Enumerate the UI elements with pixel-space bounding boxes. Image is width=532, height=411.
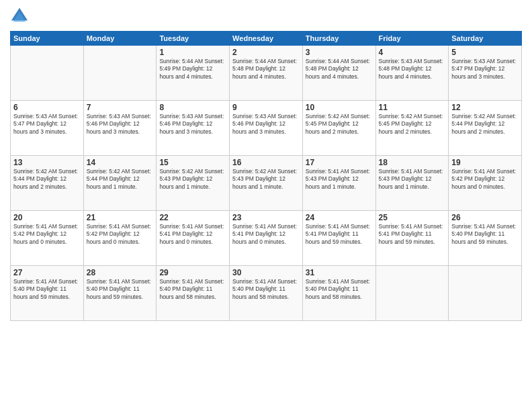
calendar-cell: 3Sunrise: 5:44 AM Sunset: 5:48 PM Daylig… (302, 46, 375, 101)
day-number: 29 (159, 268, 226, 277)
day-number: 9 (232, 103, 300, 112)
calendar-cell: 19Sunrise: 5:41 AM Sunset: 5:42 PM Dayli… (449, 156, 522, 211)
calendar-cell: 5Sunrise: 5:43 AM Sunset: 5:47 PM Daylig… (449, 46, 522, 101)
day-info: Sunrise: 5:42 AM Sunset: 5:45 PM Dayligh… (379, 113, 446, 136)
col-header-tuesday: Tuesday (157, 32, 230, 46)
day-number: 31 (306, 268, 373, 277)
calendar-cell: 26Sunrise: 5:41 AM Sunset: 5:40 PM Dayli… (449, 211, 522, 266)
calendar-cell: 25Sunrise: 5:41 AM Sunset: 5:41 PM Dayli… (375, 211, 449, 266)
calendar-cell: 22Sunrise: 5:41 AM Sunset: 5:41 PM Dayli… (157, 211, 230, 266)
day-info: Sunrise: 5:41 AM Sunset: 5:42 PM Dayligh… (451, 168, 519, 191)
calendar-cell: 17Sunrise: 5:41 AM Sunset: 5:43 PM Dayli… (302, 156, 375, 211)
day-number: 24 (306, 213, 373, 222)
calendar-header-row: SundayMondayTuesdayWednesdayThursdayFrid… (11, 32, 522, 46)
day-number: 18 (379, 158, 446, 167)
calendar-cell: 30Sunrise: 5:41 AM Sunset: 5:40 PM Dayli… (230, 266, 303, 321)
calendar-cell: 7Sunrise: 5:43 AM Sunset: 5:46 PM Daylig… (83, 101, 157, 156)
day-info: Sunrise: 5:41 AM Sunset: 5:41 PM Dayligh… (306, 223, 373, 246)
calendar-cell: 31Sunrise: 5:41 AM Sunset: 5:40 PM Dayli… (302, 266, 375, 321)
calendar-cell: 13Sunrise: 5:42 AM Sunset: 5:44 PM Dayli… (11, 156, 84, 211)
day-number: 27 (13, 268, 81, 277)
calendar-table: SundayMondayTuesdayWednesdayThursdayFrid… (10, 31, 522, 321)
calendar-cell: 8Sunrise: 5:43 AM Sunset: 5:46 PM Daylig… (157, 101, 230, 156)
logo (10, 7, 32, 26)
day-info: Sunrise: 5:42 AM Sunset: 5:43 PM Dayligh… (159, 168, 226, 191)
day-number: 19 (451, 158, 519, 167)
calendar-cell (11, 46, 84, 101)
calendar-cell: 16Sunrise: 5:42 AM Sunset: 5:43 PM Dayli… (230, 156, 303, 211)
calendar-cell: 9Sunrise: 5:43 AM Sunset: 5:46 PM Daylig… (230, 101, 303, 156)
calendar-cell: 28Sunrise: 5:41 AM Sunset: 5:40 PM Dayli… (83, 266, 157, 321)
day-info: Sunrise: 5:43 AM Sunset: 5:47 PM Dayligh… (13, 113, 81, 136)
day-info: Sunrise: 5:41 AM Sunset: 5:42 PM Dayligh… (13, 223, 81, 246)
col-header-friday: Friday (375, 32, 449, 46)
day-info: Sunrise: 5:41 AM Sunset: 5:41 PM Dayligh… (159, 223, 226, 246)
day-info: Sunrise: 5:42 AM Sunset: 5:45 PM Dayligh… (306, 113, 373, 136)
day-number: 11 (379, 103, 446, 112)
col-header-saturday: Saturday (449, 32, 522, 46)
day-number: 25 (379, 213, 446, 222)
calendar-cell: 15Sunrise: 5:42 AM Sunset: 5:43 PM Dayli… (157, 156, 230, 211)
day-info: Sunrise: 5:41 AM Sunset: 5:41 PM Dayligh… (232, 223, 300, 246)
calendar-cell: 18Sunrise: 5:41 AM Sunset: 5:43 PM Dayli… (375, 156, 449, 211)
day-number: 3 (306, 48, 373, 57)
day-number: 23 (232, 213, 300, 222)
logo-icon (10, 7, 29, 26)
day-number: 17 (306, 158, 373, 167)
day-info: Sunrise: 5:44 AM Sunset: 5:49 PM Dayligh… (159, 58, 226, 81)
day-info: Sunrise: 5:42 AM Sunset: 5:44 PM Dayligh… (87, 168, 154, 191)
calendar-cell: 14Sunrise: 5:42 AM Sunset: 5:44 PM Dayli… (83, 156, 157, 211)
calendar-cell (83, 46, 157, 101)
calendar-cell: 21Sunrise: 5:41 AM Sunset: 5:42 PM Dayli… (83, 211, 157, 266)
col-header-wednesday: Wednesday (230, 32, 303, 46)
day-number: 30 (232, 268, 300, 277)
day-number: 4 (379, 48, 446, 57)
day-info: Sunrise: 5:41 AM Sunset: 5:43 PM Dayligh… (379, 168, 446, 191)
calendar-cell (375, 266, 449, 321)
day-number: 7 (87, 103, 154, 112)
day-info: Sunrise: 5:44 AM Sunset: 5:48 PM Dayligh… (306, 58, 373, 81)
day-info: Sunrise: 5:43 AM Sunset: 5:47 PM Dayligh… (451, 58, 519, 81)
week-row-5: 27Sunrise: 5:41 AM Sunset: 5:40 PM Dayli… (11, 266, 522, 321)
day-info: Sunrise: 5:41 AM Sunset: 5:40 PM Dayligh… (451, 223, 519, 246)
day-number: 1 (159, 48, 226, 57)
day-info: Sunrise: 5:43 AM Sunset: 5:46 PM Dayligh… (87, 113, 154, 136)
day-number: 22 (159, 213, 226, 222)
day-number: 28 (87, 268, 154, 277)
calendar-cell: 12Sunrise: 5:42 AM Sunset: 5:44 PM Dayli… (449, 101, 522, 156)
day-info: Sunrise: 5:41 AM Sunset: 5:40 PM Dayligh… (87, 278, 154, 301)
day-number: 16 (232, 158, 300, 167)
day-info: Sunrise: 5:41 AM Sunset: 5:40 PM Dayligh… (159, 278, 226, 301)
calendar-cell: 4Sunrise: 5:43 AM Sunset: 5:48 PM Daylig… (375, 46, 449, 101)
day-info: Sunrise: 5:41 AM Sunset: 5:40 PM Dayligh… (232, 278, 300, 301)
day-info: Sunrise: 5:41 AM Sunset: 5:42 PM Dayligh… (87, 223, 154, 246)
day-number: 13 (13, 158, 81, 167)
col-header-monday: Monday (83, 32, 157, 46)
calendar-cell: 6Sunrise: 5:43 AM Sunset: 5:47 PM Daylig… (11, 101, 84, 156)
week-row-4: 20Sunrise: 5:41 AM Sunset: 5:42 PM Dayli… (11, 211, 522, 266)
calendar-cell: 23Sunrise: 5:41 AM Sunset: 5:41 PM Dayli… (230, 211, 303, 266)
calendar-cell: 27Sunrise: 5:41 AM Sunset: 5:40 PM Dayli… (11, 266, 84, 321)
day-info: Sunrise: 5:41 AM Sunset: 5:43 PM Dayligh… (306, 168, 373, 191)
day-number: 5 (451, 48, 519, 57)
day-number: 6 (13, 103, 81, 112)
calendar-cell (449, 266, 522, 321)
day-number: 2 (232, 48, 300, 57)
day-info: Sunrise: 5:42 AM Sunset: 5:43 PM Dayligh… (232, 168, 300, 191)
day-info: Sunrise: 5:43 AM Sunset: 5:46 PM Dayligh… (159, 113, 226, 136)
calendar-cell: 2Sunrise: 5:44 AM Sunset: 5:48 PM Daylig… (230, 46, 303, 101)
day-info: Sunrise: 5:43 AM Sunset: 5:46 PM Dayligh… (232, 113, 300, 136)
calendar-cell: 11Sunrise: 5:42 AM Sunset: 5:45 PM Dayli… (375, 101, 449, 156)
day-number: 14 (87, 158, 154, 167)
day-info: Sunrise: 5:44 AM Sunset: 5:48 PM Dayligh… (232, 58, 300, 81)
day-number: 12 (451, 103, 519, 112)
week-row-1: 1Sunrise: 5:44 AM Sunset: 5:49 PM Daylig… (11, 46, 522, 101)
calendar-cell: 20Sunrise: 5:41 AM Sunset: 5:42 PM Dayli… (11, 211, 84, 266)
day-number: 10 (306, 103, 373, 112)
week-row-3: 13Sunrise: 5:42 AM Sunset: 5:44 PM Dayli… (11, 156, 522, 211)
day-info: Sunrise: 5:41 AM Sunset: 5:40 PM Dayligh… (306, 278, 373, 301)
day-info: Sunrise: 5:41 AM Sunset: 5:40 PM Dayligh… (13, 278, 81, 301)
day-number: 15 (159, 158, 226, 167)
page-header (10, 7, 522, 26)
day-info: Sunrise: 5:43 AM Sunset: 5:48 PM Dayligh… (379, 58, 446, 81)
